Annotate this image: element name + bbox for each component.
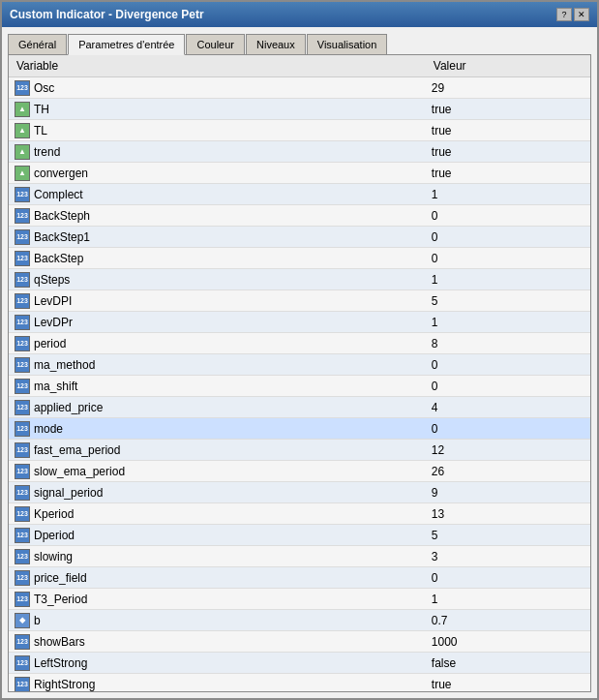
variable-name: fast_ema_period bbox=[34, 443, 120, 457]
variable-value: 5 bbox=[426, 525, 590, 546]
variable-name: RightStrong bbox=[34, 678, 95, 691]
variable-name: Osc bbox=[34, 81, 54, 95]
tab-content: Variable Valeur 123Osc29▲THtrue▲TLtrue▲t… bbox=[8, 54, 591, 692]
variable-name: mode bbox=[34, 422, 63, 436]
type-icon: 123 bbox=[15, 357, 30, 373]
table-row[interactable]: 123LeftStrong bbox=[9, 653, 426, 674]
variable-value: 0 bbox=[426, 418, 590, 440]
variable-name: TH bbox=[34, 103, 49, 116]
type-icon: 123 bbox=[15, 251, 30, 266]
window-title: Custom Indicator - Divergence Petr bbox=[10, 8, 204, 21]
type-icon: ▲ bbox=[15, 144, 30, 160]
variable-value: 29 bbox=[426, 77, 590, 99]
variable-value: 5 bbox=[426, 290, 590, 312]
variable-name: showBars bbox=[34, 635, 85, 649]
type-icon: 123 bbox=[15, 379, 30, 394]
table-row[interactable]: 123applied_price bbox=[9, 397, 426, 418]
table-row[interactable]: ▲convergen bbox=[9, 163, 426, 184]
variable-value: 12 bbox=[426, 440, 590, 461]
variable-name: TL bbox=[34, 124, 47, 137]
type-icon: 123 bbox=[15, 677, 30, 692]
title-buttons: ? ✕ bbox=[556, 8, 589, 21]
table-row[interactable]: 123Osc bbox=[9, 77, 426, 99]
type-icon: 123 bbox=[15, 400, 30, 415]
tab-general[interactable]: Général bbox=[8, 34, 67, 55]
main-window: Custom Indicator - Divergence Petr ? ✕ G… bbox=[0, 0, 599, 700]
variable-name: ma_method bbox=[34, 358, 95, 372]
type-icon: 123 bbox=[15, 187, 30, 202]
type-icon: 123 bbox=[15, 421, 30, 437]
table-row[interactable]: ▲TH bbox=[9, 99, 426, 120]
variable-name: qSteps bbox=[34, 273, 70, 287]
table-row[interactable]: 123LevDPr bbox=[9, 312, 426, 333]
tab-visualisation[interactable]: Visualisation bbox=[307, 34, 388, 55]
variable-name: Complect bbox=[34, 188, 83, 201]
table-row[interactable]: 123slow_ema_period bbox=[9, 461, 426, 482]
tab-couleur[interactable]: Couleur bbox=[186, 34, 245, 55]
table-row[interactable]: 123ma_method bbox=[9, 354, 426, 376]
table-row[interactable]: 123signal_period bbox=[9, 482, 426, 503]
table-row[interactable]: 123fast_ema_period bbox=[9, 440, 426, 461]
variable-name: LeftStrong bbox=[34, 656, 87, 670]
variable-value: 13 bbox=[426, 503, 590, 525]
table-row[interactable]: 123Dperiod bbox=[9, 525, 426, 546]
help-button[interactable]: ? bbox=[556, 8, 572, 21]
variable-value: 1 bbox=[426, 312, 590, 333]
table-row[interactable]: 123RightStrong bbox=[9, 674, 426, 692]
tab-niveaux[interactable]: Niveaux bbox=[246, 34, 306, 55]
table-row[interactable]: 123LevDPI bbox=[9, 290, 426, 312]
type-icon: ▲ bbox=[15, 166, 30, 181]
variable-name: Dperiod bbox=[34, 529, 75, 542]
close-button[interactable]: ✕ bbox=[574, 8, 589, 21]
type-icon: 123 bbox=[15, 528, 30, 543]
table-row[interactable]: 123Complect bbox=[9, 184, 426, 205]
table-row[interactable]: ▲trend bbox=[9, 141, 426, 163]
variable-value: true bbox=[426, 674, 590, 692]
table-row[interactable]: ◆b bbox=[9, 610, 426, 631]
type-icon: 123 bbox=[15, 485, 30, 501]
variable-value: true bbox=[426, 120, 590, 141]
table-row[interactable]: 123slowing bbox=[9, 546, 426, 567]
table-row[interactable]: 123BackStep1 bbox=[9, 227, 426, 248]
variable-value: true bbox=[426, 163, 590, 184]
variable-value: 4 bbox=[426, 397, 590, 418]
table-row[interactable]: 123BackStep bbox=[9, 248, 426, 269]
variable-value: 1 bbox=[426, 589, 590, 610]
variable-value: 26 bbox=[426, 461, 590, 482]
variable-value: true bbox=[426, 99, 590, 120]
variable-name: LevDPI bbox=[34, 294, 72, 308]
table-row[interactable]: 123BackSteph bbox=[9, 205, 426, 227]
type-icon: 123 bbox=[15, 549, 30, 564]
type-icon: ◆ bbox=[15, 613, 30, 628]
table-row[interactable]: ▲TL bbox=[9, 120, 426, 141]
variable-value: 0 bbox=[426, 354, 590, 376]
variable-value: 8 bbox=[426, 333, 590, 354]
variable-name: BackSteph bbox=[34, 209, 90, 223]
variable-name: T3_Period bbox=[34, 593, 87, 606]
table-row[interactable]: 123qSteps bbox=[9, 269, 426, 290]
type-icon: ▲ bbox=[15, 102, 30, 117]
variable-value: true bbox=[426, 141, 590, 163]
type-icon: 123 bbox=[15, 570, 30, 586]
table-row[interactable]: 123ma_shift bbox=[9, 376, 426, 397]
type-icon: 123 bbox=[15, 272, 30, 288]
table-row[interactable]: 123showBars bbox=[9, 631, 426, 653]
type-icon: 123 bbox=[15, 442, 30, 458]
table-row[interactable]: 123mode bbox=[9, 418, 426, 440]
parameters-table-container[interactable]: Variable Valeur 123Osc29▲THtrue▲TLtrue▲t… bbox=[9, 55, 590, 691]
col-header-valeur: Valeur bbox=[426, 55, 590, 77]
table-row[interactable]: 123price_field bbox=[9, 567, 426, 589]
table-row[interactable]: 123period bbox=[9, 333, 426, 354]
variable-name: Kperiod bbox=[34, 507, 74, 521]
type-icon: 123 bbox=[15, 229, 30, 245]
table-row[interactable]: 123Kperiod bbox=[9, 503, 426, 525]
variable-name: price_field bbox=[34, 571, 87, 585]
variable-name: LevDPr bbox=[34, 316, 73, 329]
variable-name: trend bbox=[34, 145, 60, 159]
type-icon: 123 bbox=[15, 315, 30, 330]
table-row[interactable]: 123T3_Period bbox=[9, 589, 426, 610]
tab-bar: Général Parametres d'entrée Couleur Nive… bbox=[8, 33, 591, 54]
variable-value: 1000 bbox=[426, 631, 590, 653]
tab-parametres[interactable]: Parametres d'entrée bbox=[68, 34, 185, 55]
type-icon: 123 bbox=[15, 592, 30, 607]
